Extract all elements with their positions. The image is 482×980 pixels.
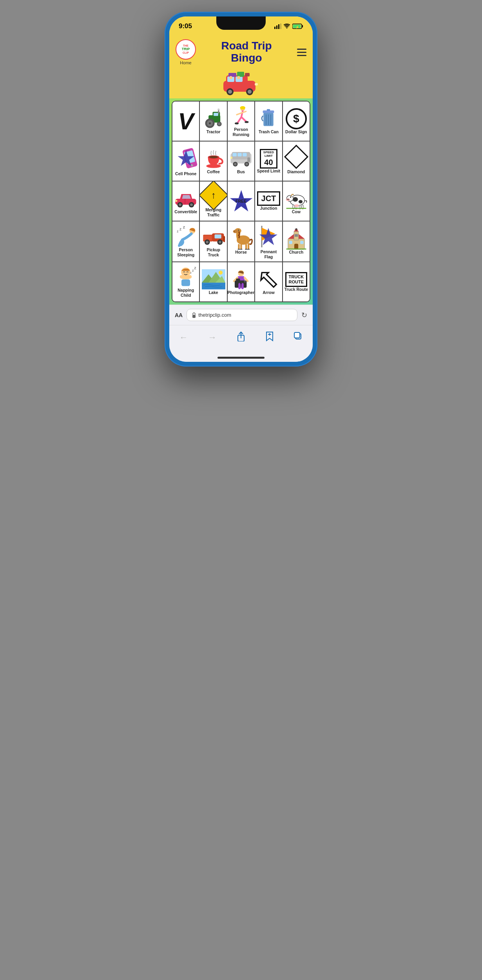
truck-route-sign: TRUCK ROUTE [285,272,308,287]
wifi-icon [284,24,290,29]
page-title: Road Trip Bingo [200,40,293,64]
cell-merging-traffic[interactable]: ↑ Merging Traffic [200,181,227,221]
cell-person-running[interactable]: Person Running [228,102,255,141]
cell-horse[interactable]: Horse [228,221,255,261]
truck-route-label: Truck Route [284,287,308,292]
speed-label: Speed Limit [257,169,281,174]
svg-rect-58 [243,153,246,157]
browser-aa-button[interactable]: AA [175,312,183,318]
bingo-row: z z z Person Sleeping [172,221,310,262]
cell-coffee[interactable]: Coffee [200,142,227,181]
svg-text:z: z [177,229,178,233]
cell-person-sleeping[interactable]: z z z Person Sleeping [172,221,200,261]
svg-point-69 [190,203,193,206]
svg-point-103 [233,230,238,233]
phone-frame: 9:05 ⚡ [165,12,317,367]
svg-text:⚡: ⚡ [295,25,299,29]
cell-napping-child[interactable]: z z z Napping Child [172,262,200,301]
forward-button[interactable]: → [203,330,221,345]
svg-rect-127 [300,241,303,244]
tabs-button[interactable] [289,330,307,345]
svg-rect-153 [192,315,196,318]
cell-free[interactable]: ★ FREE [228,181,255,221]
home-indicator-area [169,354,313,362]
svg-point-16 [228,90,232,94]
trash-label: Trash Can [259,129,279,134]
svg-rect-126 [289,241,292,244]
reload-button[interactable]: ↻ [301,311,307,319]
cell-trash-can[interactable]: Trash Can [255,102,283,141]
cell-pickup-truck[interactable]: Pickup Truck [200,221,227,261]
home-label[interactable]: Home [180,60,191,65]
svg-point-78 [288,199,289,200]
cell-tractor[interactable]: Tractor [200,102,227,141]
bookmarks-button[interactable] [261,329,279,346]
svg-point-40 [245,121,248,123]
cell-convertible[interactable]: Convertible [172,181,200,221]
svg-rect-130 [181,279,190,286]
cell-church[interactable]: Church [283,221,310,261]
running-icon [229,105,253,127]
cell-bus[interactable]: Bus [228,142,255,181]
svg-point-39 [235,122,239,124]
bingo-row: V [172,102,310,142]
cell-speed-limit[interactable]: SPEED LIMIT 40 Speed Limit [255,142,283,181]
convertible-label: Convertible [174,209,197,214]
back-button[interactable]: ← [175,330,193,345]
svg-rect-3 [280,24,281,29]
status-icons: ⚡ [274,24,303,29]
logo-area: THE TRIP CLIP Home [176,39,196,65]
cell-junction[interactable]: JCT Junction [255,181,283,221]
trash-icon [257,108,280,129]
cellphone-label: Cell Phone [175,171,196,176]
cell-v-letter[interactable]: V [172,102,200,141]
hamburger-menu[interactable] [297,49,306,56]
lock-icon [192,312,196,318]
svg-rect-42 [263,111,274,113]
lake-label: Lake [209,290,218,295]
dollar-icon: $ [286,108,307,129]
cell-arrow[interactable]: Arrow [255,262,283,301]
notch [216,16,266,30]
app-logo[interactable]: THE TRIP CLIP [176,39,196,60]
browser-url-bar[interactable]: thetripclip.com [187,309,297,321]
bottom-nav: ← → [169,325,313,354]
svg-point-18 [248,90,252,94]
svg-rect-14 [245,73,250,76]
svg-point-139 [218,271,222,275]
cell-diamond[interactable]: Diamond [283,142,310,181]
cell-dollar-sign[interactable]: $ Dollar Sign [283,102,310,141]
cow-icon [284,188,308,209]
svg-rect-2 [278,24,279,29]
cell-cow[interactable]: Cow [283,181,310,221]
share-button[interactable] [232,329,250,346]
svg-text:z: z [190,271,192,274]
signal-icon [274,24,281,29]
tractor-icon [202,108,225,129]
svg-line-37 [238,117,241,123]
cell-photographer[interactable]: Photographer [228,262,255,301]
phone-screen: 9:05 ⚡ [169,16,313,362]
cell-truck-route[interactable]: TRUCK ROUTE Truck Route [283,262,310,301]
tabs-icon [294,332,303,341]
svg-point-74 [299,200,303,203]
coffee-label: Coffee [207,169,220,174]
svg-rect-5 [302,25,303,27]
svg-rect-125 [294,244,298,249]
diamond-icon [284,145,308,169]
coffee-icon [202,148,225,169]
svg-point-20 [237,76,240,79]
browser-bar: AA thetripclip.com ↻ [169,305,313,325]
svg-rect-150 [244,281,246,283]
sleeping-icon: z z z [174,226,198,247]
svg-point-33 [240,106,245,109]
cell-pennant-flag[interactable]: ★ Pennant Flag [255,221,283,261]
cell-lake[interactable]: Lake [200,262,227,301]
svg-rect-12 [228,73,236,77]
svg-rect-138 [202,283,225,289]
svg-point-76 [286,198,290,201]
svg-rect-64 [230,157,232,159]
svg-text:z: z [179,227,181,231]
cell-cell-phone[interactable]: ★ Cell Phone [172,142,200,181]
bingo-grid: V [172,101,310,302]
